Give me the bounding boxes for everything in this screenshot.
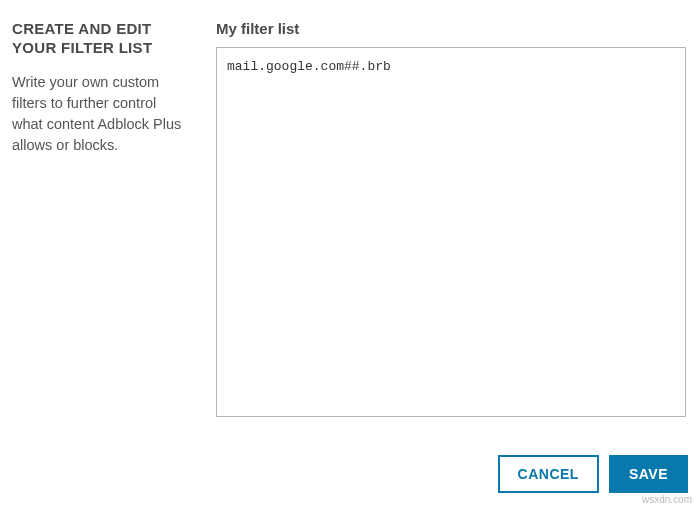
sidebar-title: CREATE AND EDIT YOUR FILTER LIST	[12, 20, 188, 58]
sidebar-description: Write your own custom filters to further…	[12, 72, 188, 156]
filter-list-label: My filter list	[216, 20, 686, 37]
button-row: CANCEL SAVE	[498, 455, 688, 493]
sidebar: CREATE AND EDIT YOUR FILTER LIST Write y…	[12, 20, 188, 417]
cancel-button[interactable]: CANCEL	[498, 455, 599, 493]
filter-list-textarea[interactable]	[216, 47, 686, 417]
save-button[interactable]: SAVE	[609, 455, 688, 493]
main-content: My filter list	[216, 20, 686, 417]
watermark: wsxdn.com	[642, 494, 692, 505]
page-container: CREATE AND EDIT YOUR FILTER LIST Write y…	[0, 0, 698, 429]
